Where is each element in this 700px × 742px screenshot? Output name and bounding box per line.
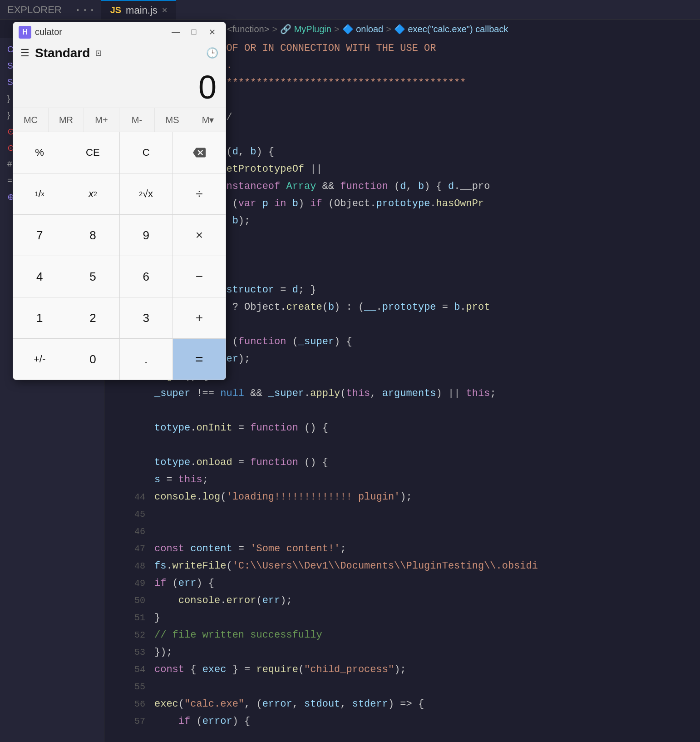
- code-line-22: [132, 405, 700, 422]
- tab-bar: EXPLORER ··· JS main.js ×: [0, 0, 700, 20]
- mem-mr-button[interactable]: MR: [49, 108, 84, 132]
- seven-button[interactable]: 7: [13, 215, 66, 256]
- close-button[interactable]: ✕: [204, 26, 220, 39]
- code-line-55: 55: [132, 681, 700, 698]
- tab-close-button[interactable]: ×: [162, 5, 168, 15]
- code-line-23: totype.onInit = function () {: [132, 422, 700, 440]
- breadcrumb-onload: 🔷 onload: [342, 24, 384, 35]
- breadcrumb-sep1: >: [272, 24, 277, 35]
- breadcrumb-exec: 🔷 exec("calc.exe") callback: [394, 24, 508, 35]
- breadcrumb-function: <function>: [227, 24, 269, 35]
- calculator-window: H culator — □ ✕ ☰ Standard ⊡ 🕒 0 MC MR M…: [13, 22, 226, 380]
- calc-button-grid: % CE C 1/x x2 2√x ÷ 7 8 9 × 4 5 6 − 1 2 …: [13, 132, 226, 380]
- calc-title-left: H culator: [19, 26, 62, 39]
- calc-app-icon: H: [19, 26, 31, 39]
- code-line-25: totype.onload = function () {: [132, 457, 700, 474]
- breadcrumb-sep3: >: [386, 24, 391, 35]
- history-icon[interactable]: 🕒: [206, 47, 218, 59]
- calc-result-value: 0: [22, 69, 217, 106]
- ce-button[interactable]: CE: [66, 132, 119, 173]
- five-button[interactable]: 5: [66, 256, 119, 297]
- mem-mdown-button[interactable]: M▾: [190, 108, 226, 132]
- divide-button[interactable]: ÷: [173, 173, 226, 214]
- backspace-button[interactable]: [173, 132, 226, 173]
- two-button[interactable]: 2: [66, 297, 119, 338]
- calc-header: ☰ Standard ⊡ 🕒: [13, 42, 226, 64]
- code-line-50: 50 console.error(err);: [132, 595, 700, 612]
- equals-button[interactable]: =: [173, 339, 226, 380]
- minimize-button[interactable]: —: [168, 26, 184, 39]
- code-line-56: 56 exec("calc.exe", (error, stdout, stde…: [132, 698, 700, 716]
- nine-button[interactable]: 9: [120, 215, 173, 256]
- tab-main-js[interactable]: JS main.js ×: [101, 0, 177, 20]
- add-button[interactable]: +: [173, 297, 226, 338]
- three-button[interactable]: 3: [120, 297, 173, 338]
- zero-button[interactable]: 0: [66, 339, 119, 380]
- code-line-47: 47 const content = 'Some content!';: [132, 543, 700, 560]
- sqrt-button[interactable]: 2√x: [120, 173, 173, 214]
- calc-titlebar: H culator — □ ✕: [13, 22, 226, 42]
- reciprocal-button[interactable]: 1/x: [13, 173, 66, 214]
- tab-explorer: EXPLORER: [0, 0, 69, 20]
- code-line-49: 49 if (err) {: [132, 578, 700, 595]
- breadcrumb-plugin: 🔗 MyPlugin: [280, 24, 331, 35]
- code-line-46: 46: [132, 526, 700, 543]
- mem-mminus-button[interactable]: M-: [119, 108, 155, 132]
- code-line-24: [132, 440, 700, 457]
- multiply-button[interactable]: ×: [173, 215, 226, 256]
- code-line-44: 44 console.log('loading!!!!!!!!!!!!! plu…: [132, 491, 700, 509]
- calc-window-title: culator: [35, 27, 62, 37]
- calc-mode-title: Standard: [35, 46, 90, 60]
- code-line-26: s = this;: [132, 474, 700, 491]
- js-icon: JS: [110, 5, 121, 15]
- one-button[interactable]: 1: [13, 297, 66, 338]
- clear-button[interactable]: C: [120, 132, 173, 173]
- code-line-45: 45: [132, 509, 700, 526]
- negate-button[interactable]: +/-: [13, 339, 66, 380]
- hamburger-menu-icon[interactable]: ☰: [20, 47, 30, 59]
- code-line-51: 51 }: [132, 612, 700, 629]
- resize-icon[interactable]: ⊡: [95, 47, 101, 59]
- breadcrumb-sep2: >: [334, 24, 340, 35]
- code-line-48: 48 fs.writeFile('C:\\Users\\Dev1\\Docume…: [132, 560, 700, 578]
- code-line-54: 54 const { exec } = require("child_proce…: [132, 664, 700, 681]
- square-button[interactable]: x2: [66, 173, 119, 214]
- mem-ms-button[interactable]: MS: [155, 108, 190, 132]
- tab-filename: main.js: [126, 5, 158, 16]
- decimal-button[interactable]: .: [120, 339, 173, 380]
- eight-button[interactable]: 8: [66, 215, 119, 256]
- code-line-52: 52 // file written successfully: [132, 629, 700, 647]
- code-line-53: 53 });: [132, 647, 700, 664]
- six-button[interactable]: 6: [120, 256, 173, 297]
- code-line-21: _super !== null && _super.apply(this, ar…: [132, 388, 700, 405]
- mem-mc-button[interactable]: MC: [13, 108, 49, 132]
- code-line-57: 57 if (error) {: [132, 716, 700, 733]
- four-button[interactable]: 4: [13, 256, 66, 297]
- maximize-button[interactable]: □: [186, 26, 202, 39]
- calc-header-left: ☰ Standard ⊡: [20, 46, 102, 60]
- calc-display: 0: [13, 64, 226, 108]
- calc-win-controls: — □ ✕: [168, 26, 220, 39]
- tab-dots[interactable]: ···: [69, 3, 101, 17]
- percent-button[interactable]: %: [13, 132, 66, 173]
- subtract-button[interactable]: −: [173, 256, 226, 297]
- mem-mplus-button[interactable]: M+: [84, 108, 119, 132]
- calc-memory-row: MC MR M+ M- MS M▾: [13, 108, 226, 132]
